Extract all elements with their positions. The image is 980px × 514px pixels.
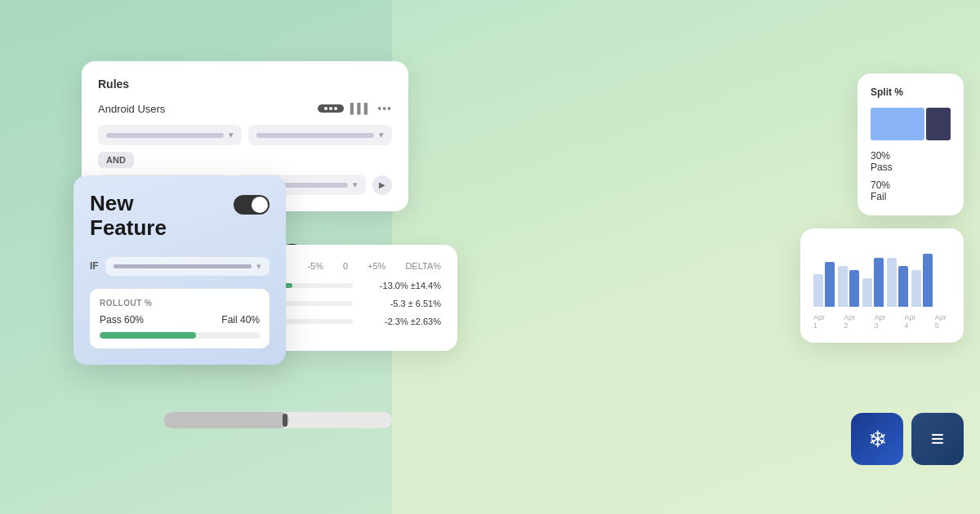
layers-symbol: ≡ <box>931 426 944 452</box>
bottom-slider[interactable] <box>163 412 392 428</box>
delta-value-1: -13.0% ±14.4% <box>359 281 441 290</box>
bar-light <box>862 278 872 307</box>
delta-value-3: -2.3% ±2.63% <box>359 317 441 326</box>
fail-label: Fail 40% <box>221 314 260 326</box>
split-pass-pct: 30% Pass <box>871 150 951 173</box>
bar-dark <box>825 262 835 307</box>
chart-group <box>862 258 884 307</box>
chart-label: Apr 2 <box>844 313 859 330</box>
toggle-knob <box>252 197 268 213</box>
rollout-label: ROLLOUT % <box>100 299 260 308</box>
split-bar-area <box>871 108 951 140</box>
pill-dot <box>324 107 327 110</box>
bar-dark <box>874 258 884 307</box>
chart-bars <box>813 241 951 307</box>
more-options-icon[interactable]: ••• <box>377 102 392 115</box>
bar-light <box>813 274 823 307</box>
dropdown-value[interactable]: ▾ <box>248 125 392 145</box>
chart-group <box>838 266 859 307</box>
split-card: Split % 30% Pass 70% Fail <box>858 73 964 215</box>
rollout-progress-bar[interactable] <box>100 332 260 339</box>
chart-group <box>813 262 835 307</box>
if-row: IF ▾ <box>90 257 270 276</box>
split-bar-row <box>871 108 951 140</box>
app-icon-layers[interactable]: ≡ <box>911 413 964 465</box>
bar-light <box>911 270 921 307</box>
bar-dark <box>898 266 908 307</box>
app-icons: ❄ ≡ <box>851 413 964 465</box>
chart-label: Apr 5 <box>935 313 951 330</box>
delta-value-2: -5.3 ± 6.51% <box>359 299 441 308</box>
chevron-icon: ▾ <box>256 261 261 272</box>
bar-dark <box>923 254 933 307</box>
dropdown-condition[interactable]: ▾ <box>98 125 242 145</box>
bars-icon: ▌▌▌ <box>350 103 372 114</box>
feature-title: New Feature <box>90 192 167 241</box>
chart-group <box>887 258 908 307</box>
android-controls: ▌▌▌ ••• <box>318 102 392 115</box>
run-button[interactable]: ▶ <box>372 175 392 195</box>
feature-header: New Feature <box>90 192 270 241</box>
col-delta: DELTA% <box>405 261 441 271</box>
chart-group <box>911 254 933 307</box>
pass-label: Pass 60% <box>100 314 144 326</box>
bottom-slider-fill <box>163 412 289 428</box>
pill-dot <box>329 107 332 110</box>
chart-labels: Apr 1Apr 2Apr 3Apr 4Apr 5 <box>813 313 951 330</box>
chart-card: Apr 1Apr 2Apr 3Apr 4Apr 5 <box>800 228 964 343</box>
pill-dot <box>334 107 337 110</box>
chevron-icon: ▾ <box>229 130 234 140</box>
col-minus5: -5% <box>307 261 323 271</box>
app-icon-snowflake[interactable]: ❄ <box>851 413 903 465</box>
chart-label: Apr 4 <box>905 313 920 330</box>
col-plus5: +5% <box>368 261 385 271</box>
rules-card-title: Rules <box>98 78 392 91</box>
android-row: Android Users ▌▌▌ ••• <box>98 102 392 115</box>
new-feature-card: New Feature IF ▾ ROLLOUT % Pass 60% Fail… <box>74 175 286 365</box>
if-dropdown[interactable]: ▾ <box>105 257 270 276</box>
bottom-slider-marker <box>283 414 287 427</box>
rollout-section: ROLLOUT % Pass 60% Fail 40% <box>90 289 270 348</box>
split-title: Split % <box>871 86 951 98</box>
split-fail-pct: 70% Fail <box>871 179 951 202</box>
chevron-icon: ▾ <box>353 179 358 190</box>
android-label: Android Users <box>98 103 165 115</box>
rollout-progress-fill <box>100 332 196 339</box>
pass-fail-row: Pass 60% Fail 40% <box>100 314 260 326</box>
pill-toggle[interactable] <box>318 104 344 113</box>
feature-toggle[interactable] <box>234 195 270 215</box>
chart-label: Apr 3 <box>874 313 889 330</box>
split-bar-dark <box>926 108 951 140</box>
bar-dark <box>849 270 859 307</box>
split-bar-blue <box>871 108 924 140</box>
chevron-icon: ▾ <box>379 130 384 140</box>
bar-light <box>887 258 897 307</box>
bar-light <box>838 266 848 307</box>
snowflake-symbol: ❄ <box>868 426 887 453</box>
chart-label: Apr 1 <box>813 313 829 330</box>
dropdown-row-1: ▾ ▾ <box>98 125 392 145</box>
and-badge: AND <box>98 152 392 175</box>
if-label: IF <box>90 260 99 272</box>
col-zero: 0 <box>343 261 348 271</box>
